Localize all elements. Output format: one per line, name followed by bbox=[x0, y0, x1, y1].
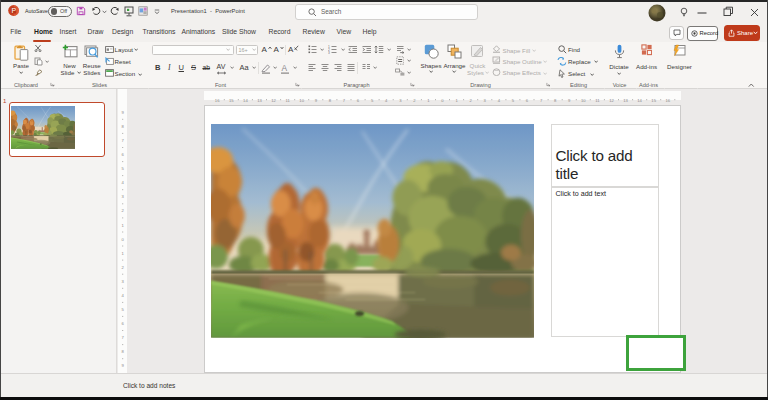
svg-text:6: 6 bbox=[122, 321, 125, 326]
svg-text:2: 2 bbox=[122, 208, 125, 213]
svg-text:3: 3 bbox=[484, 98, 487, 103]
svg-text:2: 2 bbox=[413, 98, 416, 103]
svg-text:1: 1 bbox=[427, 98, 430, 103]
svg-text:4: 4 bbox=[385, 98, 388, 103]
svg-text:A: A bbox=[281, 63, 287, 73]
svg-text:11: 11 bbox=[285, 98, 290, 103]
svg-text:2: 2 bbox=[122, 265, 125, 270]
svg-text:5: 5 bbox=[512, 98, 515, 103]
svg-text:3: 3 bbox=[122, 194, 125, 199]
svg-text:16: 16 bbox=[665, 98, 670, 103]
svg-text:8: 8 bbox=[554, 98, 557, 103]
svg-text:0: 0 bbox=[122, 237, 125, 242]
svg-text:7: 7 bbox=[122, 335, 125, 340]
svg-text:1: 1 bbox=[122, 223, 125, 228]
svg-text:6: 6 bbox=[357, 98, 360, 103]
svg-text:7: 7 bbox=[343, 98, 346, 103]
svg-text:2: 2 bbox=[470, 98, 473, 103]
svg-text:11: 11 bbox=[595, 98, 600, 103]
svg-text:12: 12 bbox=[609, 98, 614, 103]
svg-text:7: 7 bbox=[540, 98, 543, 103]
svg-text:5: 5 bbox=[122, 307, 125, 312]
svg-text:8: 8 bbox=[122, 124, 125, 129]
svg-text:6: 6 bbox=[526, 98, 529, 103]
svg-text:14: 14 bbox=[637, 98, 642, 103]
svg-text:0: 0 bbox=[441, 98, 444, 103]
svg-text:12: 12 bbox=[271, 98, 276, 103]
svg-text:16: 16 bbox=[215, 98, 220, 103]
svg-text:15: 15 bbox=[229, 98, 234, 103]
svg-text:5: 5 bbox=[371, 98, 374, 103]
svg-text:4: 4 bbox=[122, 180, 125, 185]
svg-text:10: 10 bbox=[581, 98, 586, 103]
svg-text:P: P bbox=[12, 7, 17, 14]
svg-text:9: 9 bbox=[568, 98, 571, 103]
svg-text:4: 4 bbox=[498, 98, 501, 103]
svg-text:6: 6 bbox=[122, 152, 125, 157]
svg-text:3: 3 bbox=[122, 279, 125, 284]
svg-text:8: 8 bbox=[122, 349, 125, 354]
svg-text:9: 9 bbox=[315, 98, 318, 103]
svg-text:1: 1 bbox=[122, 251, 125, 256]
svg-text:10: 10 bbox=[299, 98, 304, 103]
svg-text:8: 8 bbox=[329, 98, 332, 103]
svg-text:9: 9 bbox=[122, 110, 125, 115]
svg-text:5: 5 bbox=[122, 166, 125, 171]
svg-text:1: 1 bbox=[455, 98, 458, 103]
svg-text:15: 15 bbox=[651, 98, 656, 103]
svg-text:13: 13 bbox=[257, 98, 262, 103]
svg-text:7: 7 bbox=[122, 138, 125, 143]
svg-text:3: 3 bbox=[328, 51, 330, 54]
svg-text:3: 3 bbox=[399, 98, 402, 103]
svg-text:4: 4 bbox=[122, 293, 125, 298]
svg-text:14: 14 bbox=[243, 98, 248, 103]
svg-text:9: 9 bbox=[122, 363, 125, 368]
svg-text:13: 13 bbox=[623, 98, 628, 103]
